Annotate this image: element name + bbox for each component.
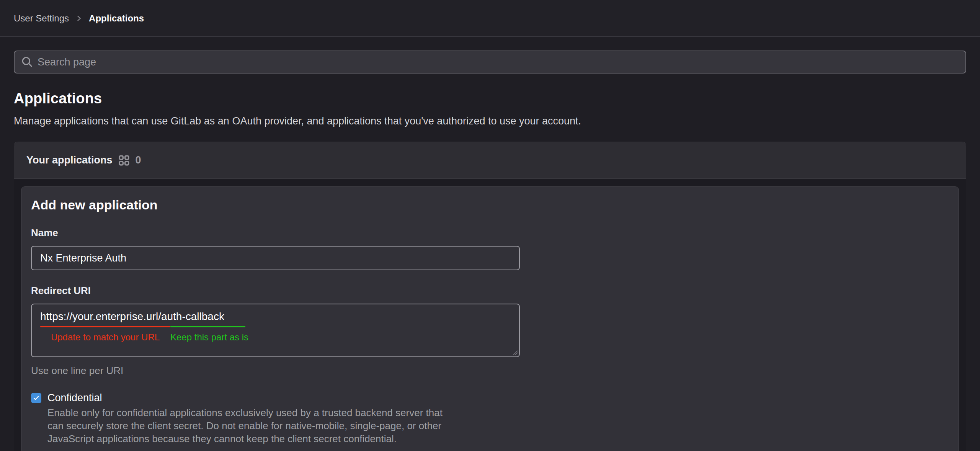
breadcrumb-applications: Applications [89, 13, 144, 24]
redirect-uri-label: Redirect URI [31, 285, 959, 297]
uri-annotation-labels: Update to match your URL Keep this part … [40, 332, 511, 343]
red-annotation-label: Update to match your URL [40, 332, 170, 343]
breadcrumb-user-settings[interactable]: User Settings [14, 13, 69, 24]
uri-underline-annotations [40, 326, 511, 327]
green-underline [170, 326, 245, 327]
redirect-uri-textarea[interactable]: https://your.enterprise.url/auth-callbac… [31, 304, 520, 357]
green-annotation-label: Keep this part as is [170, 332, 247, 343]
confidential-label[interactable]: Confidential [47, 392, 102, 404]
your-applications-body: Add new application Name Redirect URI ht… [14, 179, 966, 451]
applications-count-badge: 0 [136, 154, 141, 166]
confidential-help-text: Enable only for confidential application… [47, 406, 583, 445]
checkmark-icon [33, 394, 40, 402]
page-description: Manage applications that can use GitLab … [14, 115, 966, 127]
textarea-resize-handle[interactable] [512, 349, 518, 355]
add-new-application-panel: Add new application Name Redirect URI ht… [21, 186, 959, 451]
search-input[interactable] [38, 56, 959, 68]
add-new-application-title: Add new application [31, 198, 959, 212]
search-box[interactable] [14, 51, 966, 74]
redirect-uri-value: https://your.enterprise.url/auth-callbac… [40, 310, 511, 323]
your-applications-header: Your applications 0 [14, 142, 966, 179]
red-underline [40, 326, 170, 327]
search-icon [21, 56, 33, 68]
chevron-right-icon [75, 15, 83, 22]
page-content: Applications Manage applications that ca… [0, 51, 980, 451]
name-label: Name [31, 227, 959, 239]
your-applications-card: Your applications 0 Add new application … [14, 142, 966, 451]
application-name-input[interactable] [31, 246, 520, 270]
confidential-checkbox-row: Confidential [31, 392, 959, 404]
page-title: Applications [14, 90, 966, 107]
breadcrumb: User Settings Applications [14, 13, 144, 24]
applications-grid-icon [119, 155, 129, 166]
your-applications-title: Your applications [26, 154, 113, 166]
redirect-uri-help: Use one line per URI [31, 365, 959, 377]
top-navigation-bar: User Settings Applications [0, 0, 980, 37]
confidential-checkbox[interactable] [31, 393, 41, 403]
